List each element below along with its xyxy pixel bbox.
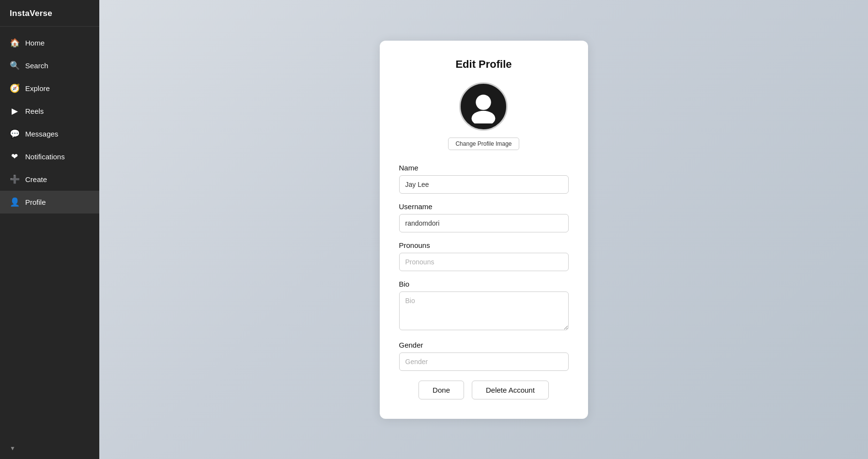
sidebar-item-create[interactable]: ➕ Create [0, 168, 99, 191]
reels-icon: ▶ [10, 106, 19, 116]
bio-input[interactable] [399, 291, 569, 330]
name-label: Name [399, 164, 569, 172]
svg-point-1 [472, 110, 496, 123]
avatar [459, 82, 508, 131]
gender-label: Gender [399, 341, 569, 349]
edit-profile-card: Edit Profile Change Profile Image Name U… [380, 41, 588, 419]
action-buttons: Done Delete Account [399, 381, 569, 399]
change-profile-image-button[interactable]: Change Profile Image [448, 138, 519, 150]
explore-icon: 🧭 [10, 83, 19, 93]
gender-field-group: Gender [399, 341, 569, 371]
sidebar-item-search[interactable]: 🔍 Search [0, 54, 99, 77]
sidebar-item-explore[interactable]: 🧭 Explore [0, 77, 99, 100]
create-icon: ➕ [10, 174, 19, 184]
messages-icon: 💬 [10, 129, 19, 139]
pronouns-label: Pronouns [399, 241, 569, 249]
sidebar-footer: ▼ [0, 440, 99, 459]
avatar-svg [466, 90, 500, 123]
done-button[interactable]: Done [418, 381, 464, 399]
bio-label: Bio [399, 280, 569, 288]
sidebar-item-label-explore: Explore [25, 84, 50, 92]
search-icon: 🔍 [10, 61, 19, 71]
username-label: Username [399, 202, 569, 211]
sidebar-item-label-messages: Messages [25, 130, 58, 138]
avatar-container: Change Profile Image [448, 82, 519, 150]
sidebar-item-label-search: Search [25, 61, 48, 70]
sidebar-item-label-create: Create [25, 175, 47, 184]
pronouns-input[interactable] [399, 253, 569, 271]
profile-icon: 👤 [10, 197, 19, 207]
form-section: Name Username Pronouns Bio Gender [399, 164, 569, 399]
name-field-group: Name [399, 164, 569, 194]
app-logo: InstaVerse [0, 0, 99, 27]
pronouns-field-group: Pronouns [399, 241, 569, 271]
notifications-icon: ❤ [10, 152, 19, 162]
gender-input[interactable] [399, 352, 569, 371]
sidebar-item-profile[interactable]: 👤 Profile [0, 191, 99, 214]
bio-field-group: Bio [399, 280, 569, 332]
sidebar-item-label-home: Home [25, 39, 45, 47]
sidebar-item-home[interactable]: 🏠 Home [0, 31, 99, 54]
sidebar-item-label-profile: Profile [25, 198, 46, 206]
sidebar-item-reels[interactable]: ▶ Reels [0, 100, 99, 122]
name-input[interactable] [399, 175, 569, 194]
main-content: Edit Profile Change Profile Image Name U… [99, 0, 868, 459]
username-field-group: Username [399, 202, 569, 232]
chevron-down-icon: ▼ [10, 445, 16, 452]
svg-point-0 [476, 94, 492, 110]
username-input[interactable] [399, 214, 569, 232]
page-title: Edit Profile [455, 58, 512, 71]
sidebar-item-messages[interactable]: 💬 Messages [0, 122, 99, 145]
delete-account-button[interactable]: Delete Account [472, 381, 549, 399]
home-icon: 🏠 [10, 38, 19, 48]
sidebar-item-notifications[interactable]: ❤ Notifications [0, 145, 99, 168]
sidebar-item-label-reels: Reels [25, 107, 44, 115]
sidebar: InstaVerse 🏠 Home 🔍 Search 🧭 Explore ▶ R… [0, 0, 99, 459]
sidebar-item-label-notifications: Notifications [25, 153, 65, 161]
sidebar-nav: 🏠 Home 🔍 Search 🧭 Explore ▶ Reels 💬 Mess… [0, 27, 99, 440]
